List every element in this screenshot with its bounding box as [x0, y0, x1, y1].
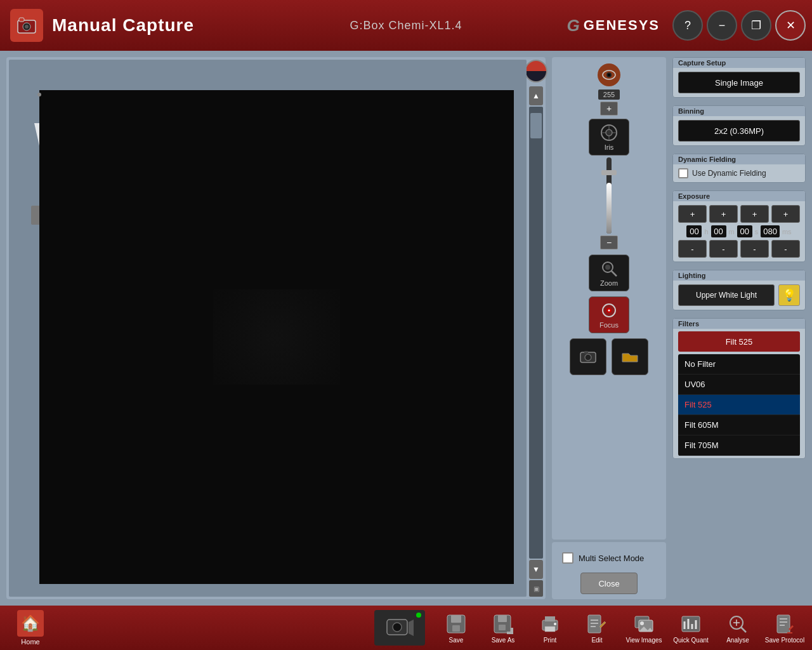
iris-plus-button[interactable]: +	[600, 102, 618, 116]
print-label: Print	[544, 637, 557, 644]
focus-label: Focus	[599, 321, 619, 329]
filter-item-filt525[interactable]: Filt 525	[678, 395, 800, 415]
binning-section: Binning 2x2 (0.36MP)	[672, 105, 806, 146]
scroll-down-button[interactable]: ▼	[529, 560, 543, 579]
zoom-button[interactable]: Zoom	[589, 255, 629, 291]
scroll-thumb[interactable]	[530, 113, 542, 138]
minutes-minus-button[interactable]: -	[709, 240, 738, 258]
multi-select-row: Multi Select Mode	[557, 547, 661, 569]
ms-minus-button[interactable]: -	[771, 240, 800, 258]
exposure-plus-row: + + + +	[678, 205, 800, 223]
svg-point-10	[606, 129, 612, 136]
lighting-type-button[interactable]: Upper White Light	[678, 284, 775, 306]
taskbar-quick-quant[interactable]: Quick Quant	[669, 609, 713, 647]
capture-setup-header: Capture Setup	[673, 58, 805, 68]
lighting-section: Lighting Upper White Light 💡	[672, 270, 806, 310]
filter-list: No Filter UV06 Filt 525 Filt 605M Filt 7…	[678, 354, 800, 456]
focus-button[interactable]: Focus	[589, 296, 629, 333]
save-as-icon	[492, 613, 514, 635]
home-icon: 🏠	[17, 610, 44, 637]
dynamic-fielding-row: Use Dynamic Fielding	[678, 168, 800, 178]
taskbar-edit[interactable]: Edit	[575, 609, 619, 647]
controls-panel-inner: 255 + Iris − Zoom	[552, 57, 666, 540]
taskbar-save[interactable]: Save	[434, 609, 478, 647]
settings-panel: Capture Setup Single Image Binning 2x2 (…	[672, 57, 806, 599]
taskbar-analyse[interactable]: Analyse	[716, 609, 760, 647]
seconds-value: 00	[737, 225, 752, 237]
minimize-button[interactable]: −	[707, 10, 737, 41]
dynamic-fielding-section: Dynamic Fielding Use Dynamic Fielding	[672, 154, 806, 183]
seconds-plus-button[interactable]: +	[740, 205, 769, 223]
save-protocol-label: Save Protocol	[765, 637, 804, 644]
svg-rect-33	[588, 615, 601, 633]
filter-item-uv06[interactable]: UV06	[678, 375, 800, 395]
title-bar: Manual Capture G:Box Chemi-XL1.4 G GENES…	[0, 0, 812, 51]
filter-item-filt605m[interactable]: Filt 605M	[678, 415, 800, 435]
single-image-button[interactable]: Single Image	[678, 72, 800, 93]
scroll-up-button[interactable]: ▲	[529, 86, 543, 105]
scroll-bottom-indicator[interactable]: ▣	[529, 580, 543, 597]
svg-point-16	[608, 309, 610, 311]
zoom-control: Zoom	[557, 255, 661, 291]
taskbar-print[interactable]: Print	[528, 609, 572, 647]
svg-point-32	[554, 623, 556, 625]
taskbar-save-protocol[interactable]: Save Protocol	[763, 609, 807, 647]
ms-plus-button[interactable]: +	[771, 205, 800, 223]
capture-button[interactable]	[570, 338, 606, 375]
hours-minus-button[interactable]: -	[678, 240, 707, 258]
folder-button[interactable]	[612, 338, 648, 375]
maximize-button[interactable]: ❐	[741, 10, 771, 41]
taskbar: 🏠 Home Save Save As Print Edit	[0, 606, 812, 650]
brand-logo: G GENESYS	[566, 16, 660, 36]
lighting-bulb-button[interactable]: 💡	[778, 284, 800, 306]
minutes-value: 00	[711, 225, 726, 237]
iris-button: Iris	[589, 119, 629, 156]
edit-icon	[586, 613, 608, 635]
close-button[interactable]: ✕	[775, 10, 806, 41]
app-icon	[10, 9, 43, 42]
help-button[interactable]: ?	[672, 10, 703, 41]
dynamic-fielding-checkbox[interactable]	[678, 168, 688, 178]
iris-minus-button[interactable]: −	[600, 235, 618, 249]
quick-quant-label: Quick Quant	[673, 637, 709, 644]
svg-rect-24	[451, 615, 461, 623]
filter-selected-button[interactable]: Filt 525	[678, 331, 800, 352]
multi-select-label: Multi Select Mode	[579, 554, 644, 563]
filters-section: Filters Filt 525 No Filter UV06 Filt 525…	[672, 318, 806, 459]
image-display	[39, 90, 514, 584]
save-icon	[445, 613, 468, 635]
svg-point-13	[605, 265, 610, 270]
taskbar-view-images[interactable]: View Images	[622, 609, 666, 647]
binning-value-button[interactable]: 2x2 (0.36MP)	[678, 120, 800, 142]
seconds-unit: s	[755, 228, 759, 235]
exposure-minus-row: - - - -	[678, 240, 800, 258]
iris-slider-handle[interactable]	[601, 170, 617, 175]
hours-plus-button[interactable]: +	[678, 205, 707, 223]
minutes-unit: m	[729, 228, 735, 235]
filter-item-no-filter[interactable]: No Filter	[678, 354, 800, 375]
home-button[interactable]: 🏠 Home	[5, 609, 56, 647]
minutes-plus-button[interactable]: +	[709, 205, 738, 223]
binning-header: Binning	[673, 106, 805, 116]
save-as-label: Save As	[492, 637, 515, 644]
edit-label: Edit	[591, 637, 602, 644]
multi-select-checkbox[interactable]	[562, 552, 573, 564]
close-button-mid[interactable]: Close	[580, 573, 638, 594]
capture-setup-section: Capture Setup Single Image	[672, 57, 806, 98]
iris-control: 255 + Iris −	[589, 63, 629, 249]
color-scale-button[interactable]	[525, 60, 547, 83]
hours-value: 00	[686, 225, 702, 237]
seconds-minus-button[interactable]: -	[740, 240, 769, 258]
camera-action-buttons	[557, 338, 661, 375]
exposure-header: Exposure	[673, 191, 805, 201]
svg-rect-27	[498, 615, 507, 622]
svg-point-2	[25, 25, 29, 29]
svg-rect-31	[545, 627, 555, 632]
svg-point-18	[585, 354, 591, 361]
dynamic-fielding-label: Use Dynamic Fielding	[692, 169, 766, 178]
image-view-panel: ▲ ▼ ▣	[6, 57, 546, 599]
svg-rect-25	[452, 625, 460, 632]
taskbar-save-as[interactable]: Save As	[481, 609, 525, 647]
zoom-label: Zoom	[600, 279, 618, 287]
filter-item-filt705m[interactable]: Filt 705M	[678, 435, 800, 456]
